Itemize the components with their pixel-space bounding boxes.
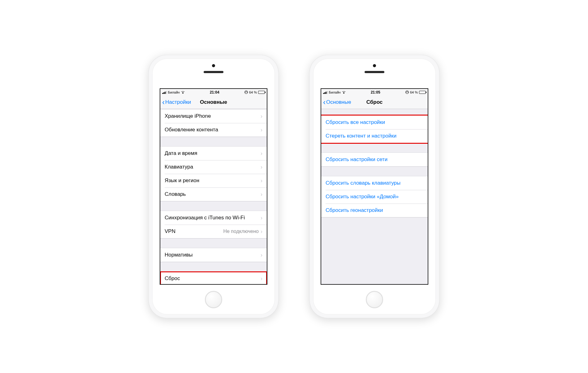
- status-bar: Билайн 21:04 64 %: [160, 89, 267, 95]
- row-reset-all-settings[interactable]: Сбросить все настройки: [321, 116, 428, 129]
- signal-icon: [323, 91, 328, 94]
- group-locale: Дата и время › Клавиатура › Язык и регио…: [160, 146, 267, 201]
- group-norms: Нормативы ›: [160, 248, 267, 262]
- iphone-device-right: Билайн 21:05 64 % ‹ Основные Сброс: [309, 55, 439, 318]
- chevron-right-icon: ›: [261, 215, 262, 221]
- battery-percent: 64 %: [410, 90, 418, 94]
- status-time: 21:05: [371, 90, 380, 94]
- row-reset-keyboard-dictionary[interactable]: Сбросить словарь клавиатуры: [321, 176, 428, 190]
- signal-icon: [162, 91, 167, 94]
- content-area[interactable]: Хранилище iPhone › Обновление контента ›…: [160, 109, 267, 284]
- page-title: Основные: [200, 99, 227, 105]
- chevron-right-icon: ›: [261, 113, 262, 120]
- group-sync: Синхронизация с iTunes по Wi-Fi › VPN Не…: [160, 211, 267, 239]
- row-itunes-wifi-sync[interactable]: Синхронизация с iTunes по Wi-Fi ›: [160, 211, 267, 225]
- back-label: Настройки: [165, 99, 191, 105]
- row-label: Язык и регион: [165, 178, 261, 184]
- row-label: Сбросить геонастройки: [326, 207, 423, 213]
- row-label: Дата и время: [165, 150, 261, 156]
- status-bar: Билайн 21:05 64 %: [321, 89, 428, 95]
- home-button[interactable]: [366, 291, 383, 308]
- row-reset-location[interactable]: Сбросить геонастройки: [321, 204, 428, 217]
- iphone-device-left: Билайн 21:04 64 % ‹ Настройки Основные: [149, 55, 279, 318]
- rotation-lock-icon: [244, 90, 248, 94]
- screen-reset: Билайн 21:05 64 % ‹ Основные Сброс: [321, 88, 428, 285]
- row-language-region[interactable]: Язык и регион ›: [160, 174, 267, 187]
- group-storage: Хранилище iPhone › Обновление контента ›: [160, 109, 267, 137]
- chevron-right-icon: ›: [261, 228, 262, 235]
- row-regulatory[interactable]: Нормативы ›: [160, 248, 267, 262]
- wifi-icon: [181, 91, 185, 94]
- row-label: Стереть контент и настройки: [326, 133, 423, 139]
- row-label: Обновление контента: [165, 127, 261, 133]
- group-reset-main: Сбросить все настройки Стереть контент и…: [321, 115, 428, 143]
- row-dictionary[interactable]: Словарь ›: [160, 187, 267, 201]
- content-area[interactable]: Сбросить все настройки Стереть контент и…: [321, 109, 428, 284]
- row-label: Синхронизация с iTunes по Wi-Fi: [165, 215, 261, 221]
- status-time: 21:04: [210, 90, 219, 94]
- row-label: Сбросить настройки сети: [326, 156, 423, 163]
- speaker-icon: [365, 71, 384, 73]
- row-value: Не подключено: [223, 229, 259, 234]
- row-keyboard[interactable]: Клавиатура ›: [160, 160, 267, 174]
- chevron-left-icon: ‹: [162, 99, 165, 106]
- chevron-right-icon: ›: [261, 275, 262, 282]
- row-content-refresh[interactable]: Обновление контента ›: [160, 123, 267, 137]
- back-label: Основные: [326, 99, 351, 105]
- row-erase-content-settings[interactable]: Стереть контент и настройки: [321, 129, 428, 143]
- chevron-right-icon: ›: [261, 164, 262, 170]
- row-label: Сбросить настройки «Домой»: [326, 194, 423, 200]
- row-label: Нормативы: [165, 252, 261, 258]
- nav-bar: ‹ Настройки Основные: [160, 95, 267, 109]
- row-label: Клавиатура: [165, 164, 261, 170]
- battery-percent: 64 %: [249, 90, 257, 94]
- row-label: Словарь: [165, 191, 261, 197]
- row-label: Сбросить словарь клавиатуры: [326, 180, 423, 186]
- home-button[interactable]: [205, 291, 222, 308]
- group-reset-network: Сбросить настройки сети: [321, 152, 428, 167]
- row-reset[interactable]: Сброс ›: [160, 272, 267, 284]
- wifi-icon: [342, 91, 346, 94]
- screen-general: Билайн 21:04 64 % ‹ Настройки Основные: [160, 88, 267, 285]
- battery-icon: [419, 91, 426, 94]
- row-vpn[interactable]: VPN Не подключено ›: [160, 225, 267, 238]
- page-title: Сброс: [366, 99, 383, 105]
- row-label: Хранилище iPhone: [165, 113, 261, 119]
- chevron-right-icon: ›: [261, 150, 262, 157]
- chevron-right-icon: ›: [261, 127, 262, 133]
- row-reset-home-layout[interactable]: Сбросить настройки «Домой»: [321, 190, 428, 204]
- carrier-label: Билайн: [168, 90, 180, 94]
- nav-bar: ‹ Основные Сброс: [321, 95, 428, 109]
- chevron-left-icon: ‹: [323, 99, 326, 106]
- row-date-time[interactable]: Дата и время ›: [160, 147, 267, 160]
- row-reset-network[interactable]: Сбросить настройки сети: [321, 153, 428, 166]
- chevron-right-icon: ›: [261, 178, 262, 184]
- group-reset: Сброс › Выключить: [160, 271, 267, 284]
- chevron-right-icon: ›: [261, 252, 262, 258]
- speaker-icon: [204, 71, 223, 73]
- back-button[interactable]: ‹ Основные: [323, 99, 351, 106]
- row-storage[interactable]: Хранилище iPhone ›: [160, 109, 267, 123]
- row-label: Сброс: [165, 275, 261, 282]
- chevron-right-icon: ›: [261, 191, 262, 198]
- rotation-lock-icon: [405, 90, 409, 94]
- battery-icon: [258, 91, 265, 94]
- carrier-label: Билайн: [329, 90, 341, 94]
- group-reset-other: Сбросить словарь клавиатуры Сбросить нас…: [321, 176, 428, 217]
- back-button[interactable]: ‹ Настройки: [162, 99, 191, 106]
- row-label: Сбросить все настройки: [326, 119, 423, 125]
- row-label: VPN: [165, 228, 223, 235]
